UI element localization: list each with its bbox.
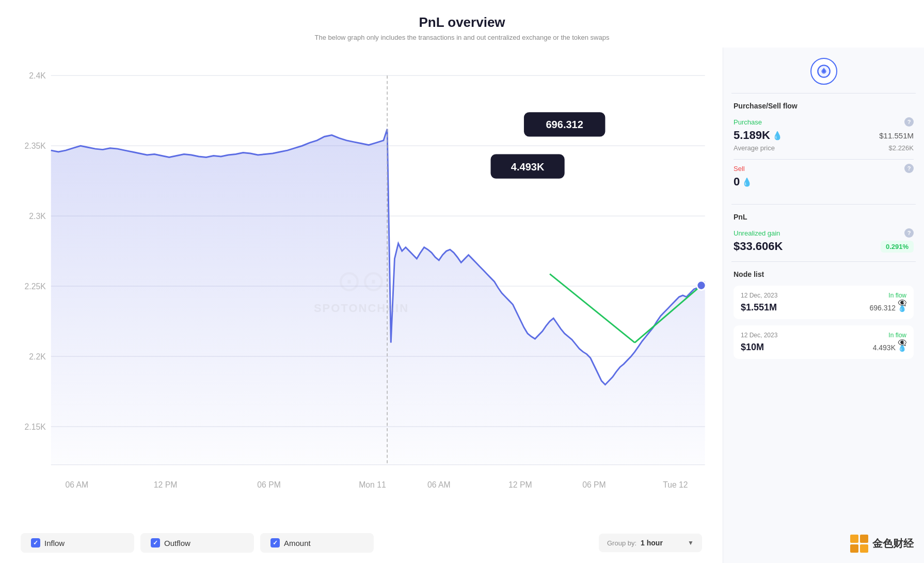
svg-text:06 PM: 06 PM <box>582 480 606 489</box>
svg-text:12 PM: 12 PM <box>154 480 178 489</box>
sell-label: Sell <box>734 165 745 173</box>
chart-svg: 2.4K 2.35K 2.3K 2.25K 2.2K 2.15K <box>10 53 712 526</box>
divider-2 <box>734 159 914 160</box>
svg-text:696.312: 696.312 <box>546 119 583 130</box>
legend-outflow[interactable]: Outflow <box>140 533 254 553</box>
svg-text:06 AM: 06 AM <box>427 480 451 489</box>
brand-logo: 金色财经 <box>850 535 914 553</box>
brand-icon <box>850 535 868 553</box>
node-list-title: Node list <box>734 270 914 278</box>
page-subtitle: The below graph only includes the transa… <box>0 34 924 41</box>
pnl-title: PnL <box>734 213 914 221</box>
svg-text:2.3K: 2.3K <box>29 212 46 221</box>
purchase-label: Purchase <box>734 118 762 126</box>
svg-text:06 AM: 06 AM <box>66 480 89 489</box>
eye-icon-2[interactable]: 👁‍🗨 <box>898 338 906 347</box>
token-icon-section <box>723 48 924 93</box>
inflow-checkbox[interactable] <box>31 538 40 548</box>
group-by-value: 1 hour <box>641 539 663 547</box>
brand-sq-2 <box>860 535 868 543</box>
purchase-sell-title: Purchase/Sell flow <box>734 102 914 110</box>
group-by-select[interactable]: Group by: 1 hour ▼ <box>599 534 702 552</box>
node-1-usd: $1.551M <box>741 302 777 313</box>
node-1-date: 12 Dec, 2023 <box>741 292 777 299</box>
page-header: PnL overview The below graph only includ… <box>0 0 924 48</box>
unrealized-amount: $33.606K <box>734 240 783 253</box>
group-by-label: Group by: <box>607 539 636 547</box>
page-title: PnL overview <box>0 14 924 30</box>
unrealized-help-icon[interactable]: ? <box>904 228 914 238</box>
inflow-label: Inflow <box>44 539 65 548</box>
outflow-checkbox[interactable] <box>151 538 160 548</box>
unrealized-label: Unrealized gain <box>734 229 780 237</box>
sell-row: Sell ? 0 💧 <box>734 164 914 189</box>
svg-text:4.493K: 4.493K <box>511 161 545 172</box>
amount-label: Amount <box>284 539 311 548</box>
right-panel: Purchase/Sell flow Purchase ? 5.189K 💧 $… <box>723 48 924 563</box>
node-2-usd: $10M <box>741 342 764 353</box>
svg-text:Mon 11: Mon 11 <box>359 480 386 489</box>
svg-text:06 PM: 06 PM <box>257 480 281 489</box>
legend-amount[interactable]: Amount <box>260 533 374 553</box>
main-content: ⊙⊙ SPOTONCHAIN 2.4K 2.35K 2.3K 2.25K 2.2… <box>0 48 924 563</box>
pnl-section: PnL Unrealized gain ? $33.606K 0.291% <box>723 205 924 261</box>
svg-text:2.35K: 2.35K <box>25 142 46 150</box>
brand-sq-1 <box>850 535 858 543</box>
svg-text:2.15K: 2.15K <box>25 423 46 431</box>
svg-point-16 <box>697 281 706 290</box>
brand-sq-4 <box>860 544 868 553</box>
svg-text:2.2K: 2.2K <box>29 352 46 361</box>
chart-area: ⊙⊙ SPOTONCHAIN 2.4K 2.35K 2.3K 2.25K 2.2… <box>0 48 723 563</box>
legend-bar: Inflow Outflow Amount Group by: 1 hour ▼ <box>10 526 712 563</box>
svg-text:12 PM: 12 PM <box>508 480 532 489</box>
amount-checkbox[interactable] <box>270 538 280 548</box>
svg-text:2.4K: 2.4K <box>29 71 46 80</box>
token-drop-icon: 💧 <box>772 131 783 140</box>
sell-drop-icon: 💧 <box>742 177 752 187</box>
node-item-2: 12 Dec, 2023 In flow $10M 4.493K 💧 👁‍🗨 <box>734 325 914 359</box>
node-2-date: 12 Dec, 2023 <box>741 332 777 339</box>
legend-inflow[interactable]: Inflow <box>21 533 134 553</box>
node-list-section: Node list 12 Dec, 2023 In flow $1.551M 6… <box>723 262 924 563</box>
purchase-help-icon[interactable]: ? <box>904 117 914 127</box>
brand-sq-3 <box>850 544 858 553</box>
node-item-1: 12 Dec, 2023 In flow $1.551M 696.312 💧 👁… <box>734 286 914 319</box>
avg-price-label: Average price <box>734 144 775 152</box>
svg-text:Tue 12: Tue 12 <box>663 480 688 489</box>
token-icon <box>810 58 837 85</box>
avg-price-value: $2.226K <box>889 144 914 152</box>
eye-icon-1[interactable]: 👁‍🗨 <box>898 299 906 307</box>
svg-text:2.25K: 2.25K <box>25 282 46 291</box>
purchase-usd: $11.551M <box>879 131 914 140</box>
chart-wrapper: ⊙⊙ SPOTONCHAIN 2.4K 2.35K 2.3K 2.25K 2.2… <box>10 53 712 526</box>
purchase-token-amount: 5.189K 💧 <box>734 129 783 142</box>
purchase-row: Purchase ? 5.189K 💧 $11.551M Average pri… <box>734 117 914 152</box>
brand-name: 金色财经 <box>872 537 914 551</box>
chevron-down-icon: ▼ <box>688 539 694 546</box>
outflow-label: Outflow <box>164 539 190 548</box>
sell-token-amount: 0 💧 <box>734 175 752 189</box>
purchase-sell-section: Purchase/Sell flow Purchase ? 5.189K 💧 $… <box>723 93 924 204</box>
sell-help-icon[interactable]: ? <box>904 164 914 173</box>
unrealized-percent: 0.291% <box>881 241 914 253</box>
